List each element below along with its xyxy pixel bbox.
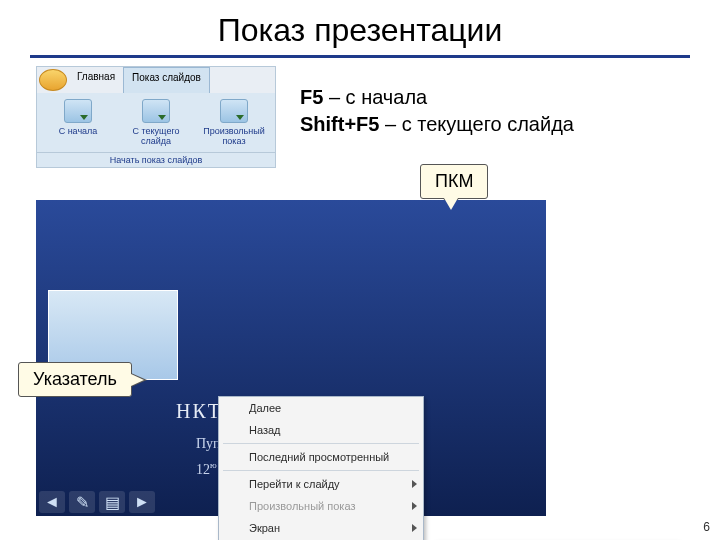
play-current-icon [142, 99, 170, 123]
blank-icon [225, 499, 243, 513]
blank-icon [225, 401, 243, 415]
menu-item: Произвольный показ [219, 495, 423, 517]
callout-pointer: Указатель [18, 362, 132, 397]
play-icon [64, 99, 92, 123]
ribbon-group-label: Начать показ слайдов [37, 152, 275, 167]
from-current-label: С текущего слайда [121, 126, 191, 146]
hotkey-shift-f5: Shift+F5 [300, 113, 379, 135]
callout-pkm: ПКМ [420, 164, 488, 199]
blank-icon [225, 450, 243, 464]
chevron-right-icon [412, 524, 417, 532]
hotkey-f5-desc: – с начала [323, 86, 427, 108]
menu-button[interactable]: ▤ [99, 491, 125, 513]
hotkey-f5: F5 [300, 86, 323, 108]
menu-item[interactable]: Перейти к слайду [219, 473, 423, 495]
custom-show-label: Произвольный показ [199, 126, 269, 146]
menu-item[interactable]: Далее [219, 397, 423, 419]
from-beginning-button[interactable]: С начала [41, 97, 115, 148]
menu-item-label: Произвольный показ [249, 500, 406, 512]
chevron-right-icon [412, 502, 417, 510]
menu-item[interactable]: Последний просмотренный [219, 446, 423, 468]
slideshow-nav: ◄ ✎ ▤ ► [36, 488, 158, 516]
menu-separator [223, 443, 419, 444]
blank-icon [225, 477, 243, 491]
menu-item-label: Последний просмотренный [249, 451, 417, 463]
page-title: Показ презентации [0, 0, 720, 55]
next-slide-button[interactable]: ► [129, 491, 155, 513]
menu-item[interactable]: Назад [219, 419, 423, 441]
custom-show-button[interactable]: Произвольный показ [197, 97, 271, 148]
menu-item-label: Перейти к слайду [249, 478, 406, 490]
hotkeys: F5 – с начала Shift+F5 – с текущего слай… [300, 86, 574, 140]
slide-heading: НКТ [176, 400, 222, 423]
pen-tool-button[interactable]: ✎ [69, 491, 95, 513]
menu-item-label: Экран [249, 522, 406, 534]
blank-icon [225, 521, 243, 535]
hotkey-shift-f5-desc: – с текущего слайда [379, 113, 573, 135]
ribbon: Главная Показ слайдов С начала С текущег… [36, 66, 276, 168]
menu-item-label: Далее [249, 402, 417, 414]
menu-separator [223, 470, 419, 471]
blank-icon [225, 423, 243, 437]
menu-item[interactable]: Экран [219, 517, 423, 539]
prev-slide-button[interactable]: ◄ [39, 491, 65, 513]
from-current-button[interactable]: С текущего слайда [119, 97, 193, 148]
title-underline [30, 55, 690, 58]
page-number: 6 [703, 520, 710, 534]
office-button[interactable] [39, 69, 67, 91]
from-beginning-label: С начала [43, 126, 113, 136]
menu-item-label: Назад [249, 424, 417, 436]
chevron-right-icon [412, 480, 417, 488]
tab-home[interactable]: Главная [69, 67, 123, 93]
tab-slideshow[interactable]: Показ слайдов [123, 67, 210, 93]
custom-show-icon [220, 99, 248, 123]
context-menu: ДалееНазадПоследний просмотренныйПерейти… [218, 396, 424, 540]
